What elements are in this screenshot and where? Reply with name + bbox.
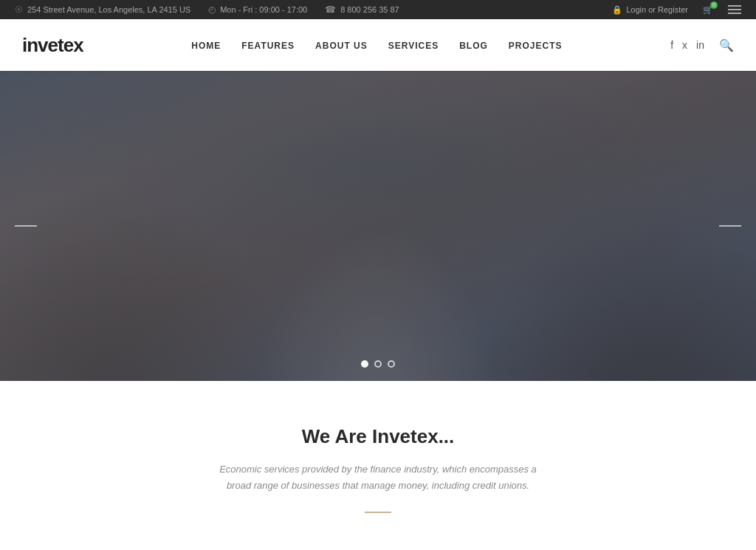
top-bar-left: ☉ 254 Street Avenue, Los Angeles, LA 241… — [15, 4, 399, 15]
nav-services[interactable]: SERVICES — [388, 38, 439, 52]
location-icon: ☉ — [15, 4, 23, 15]
content-section: We Are Invetex... Economic services prov… — [0, 381, 756, 550]
login-link[interactable]: 🔒 Login or Register — [612, 5, 688, 15]
nav-features[interactable]: FEATURES — [241, 38, 295, 52]
login-icon: 🔒 — [612, 5, 622, 15]
top-bar: ☉ 254 Street Avenue, Los Angeles, LA 241… — [0, 0, 756, 19]
section-subtitle: Economic services provided by the financ… — [216, 461, 540, 494]
top-bar-right: 🔒 Login or Register 🛒 0 — [612, 5, 741, 15]
logo-text: invet — [22, 34, 63, 56]
phone-icon: ☎ — [325, 4, 336, 15]
hero-dots — [361, 360, 395, 368]
hero-section — [0, 71, 756, 381]
clock-small-icon: ◴ — [208, 4, 216, 15]
hours-text: Mon - Fri : 09:00 - 17:00 — [220, 5, 307, 14]
login-text: Login or Register — [626, 5, 688, 14]
logo-x: e — [63, 34, 73, 56]
hero-dot-3[interactable] — [388, 360, 395, 368]
hero-dot-2[interactable] — [374, 360, 382, 368]
address-item: ☉ 254 Street Avenue, Los Angeles, LA 241… — [15, 4, 190, 15]
phone-item: ☎ 8 800 256 35 87 — [325, 4, 399, 15]
hero-dot-1[interactable] — [361, 360, 368, 368]
nav-home[interactable]: HOME — [191, 38, 221, 52]
section-divider — [365, 512, 391, 513]
hero-next-button[interactable] — [719, 225, 741, 227]
address-text: 254 Street Avenue, Los Angeles, LA 2415 … — [27, 5, 190, 14]
nav-links: HOME FEATURES ABOUT US SERVICES BLOG PRO… — [191, 38, 562, 52]
hamburger-menu[interactable] — [728, 5, 741, 14]
nav-projects[interactable]: PROJECTS — [509, 38, 563, 52]
nav-blog[interactable]: BLOG — [459, 38, 488, 52]
nav-social: f x in 🔍 — [670, 38, 734, 52]
hours-item: ◴ Mon - Fri : 09:00 - 17:00 — [208, 4, 307, 15]
cart-badge: 0 — [710, 1, 718, 9]
linkedin-link[interactable]: in — [696, 39, 704, 51]
twitter-link[interactable]: x — [682, 39, 687, 51]
arrow-line-left — [15, 225, 37, 227]
section-title: We Are Invetex... — [15, 425, 741, 448]
arrow-line-right — [719, 225, 741, 227]
logo-x2: x — [73, 34, 83, 56]
hero-overlay — [0, 71, 756, 381]
facebook-link[interactable]: f — [670, 39, 673, 51]
cart-button[interactable]: 🛒 0 — [703, 5, 713, 15]
icon-row: $ $ — [15, 543, 741, 550]
main-navigation: invetex HOME FEATURES ABOUT US SERVICES … — [0, 19, 756, 71]
hero-prev-button[interactable] — [15, 225, 37, 227]
phone-text: 8 800 256 35 87 — [340, 5, 399, 14]
search-icon[interactable]: 🔍 — [719, 38, 734, 52]
nav-about[interactable]: ABOUT US — [315, 38, 368, 52]
logo[interactable]: invetex — [22, 34, 83, 57]
